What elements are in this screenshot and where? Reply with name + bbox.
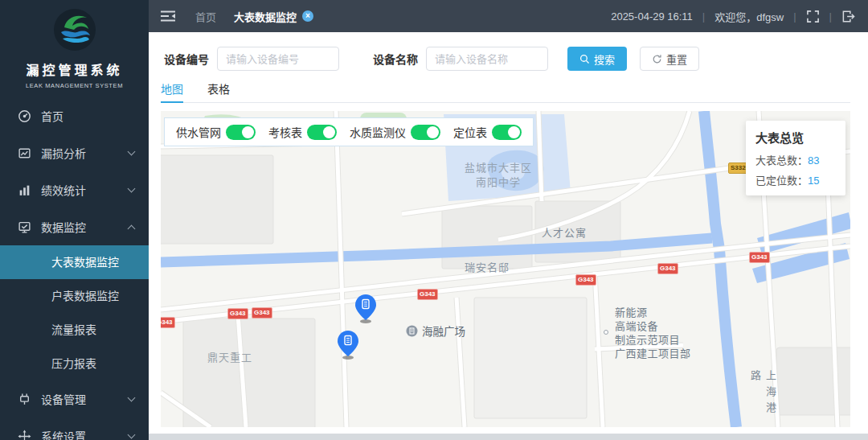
sidebar-item-system-settings[interactable]: 系统设置: [0, 417, 149, 440]
submenu-item-label: 流量报表: [51, 323, 96, 336]
map-label-rencai: 人才公寓: [542, 224, 587, 240]
tab-table[interactable]: 表格: [207, 80, 230, 102]
topbar-right: 2025-04-29 16:11 | 欢迎您，dfgsw | |: [611, 9, 855, 24]
meter-marker-pin[interactable]: [355, 294, 376, 323]
device-no-input[interactable]: [217, 47, 339, 71]
separator: |: [829, 10, 832, 23]
app-title: 漏控管理系统: [0, 60, 149, 79]
meter-marker-pin[interactable]: [338, 331, 358, 360]
sidebar-submenu-data-monitor: 大表数据监控 户表数据监控 流量报表 压力报表: [0, 245, 149, 380]
brand-block: 漏控管理系统 LEAK MANAGEMENT SYSTEM: [0, 0, 149, 89]
road-badge-g343: G343: [575, 274, 596, 286]
sidebar-item-home[interactable]: 首页: [0, 97, 149, 134]
sidebar-item-label: 数据监控: [41, 219, 129, 235]
breadcrumb-home[interactable]: 首页: [195, 9, 216, 24]
map-poi-hairong: 海融广场: [406, 323, 465, 339]
road-badge-g343: G343: [227, 308, 248, 319]
search-icon: [579, 54, 590, 64]
poi-building-icon: [406, 325, 418, 337]
sidebar-item-device-manage[interactable]: 设备管理: [0, 380, 149, 417]
road-badge-g343: G343: [417, 289, 438, 300]
road-badge-s332: S332: [728, 162, 748, 174]
refresh-icon: [652, 54, 662, 64]
datetime-text: 2025-04-29 16:11: [611, 10, 693, 23]
tab-big-meter-monitor[interactable]: 大表数据监控 ×: [234, 9, 313, 24]
layer-label: 水质监测仪: [350, 124, 406, 140]
road-badge-g343: G343: [252, 307, 272, 319]
logout-icon[interactable]: [841, 10, 855, 23]
sidebar-item-label: 系统设置: [41, 428, 129, 440]
sidebar-menu: 首页 漏损分析 绩效统计 数据监控: [0, 97, 149, 440]
fullscreen-icon[interactable]: [806, 10, 820, 23]
sidebar-item-leak-analysis[interactable]: 漏损分析: [0, 134, 149, 171]
submenu-item-label: 大表数据监控: [51, 256, 119, 269]
overview-located-label: 已定位数：: [755, 175, 808, 187]
separator: |: [793, 10, 796, 23]
chevron-down-icon: [128, 431, 136, 439]
data-monitor-icon: [18, 220, 31, 234]
sidebar-item-label: 首页: [41, 108, 134, 124]
sidebar-item-performance-stats[interactable]: 绩效统计: [0, 171, 149, 208]
sidebar: 漏控管理系统 LEAK MANAGEMENT SYSTEM 首页 漏损分析: [0, 0, 149, 440]
search-button-label: 搜索: [594, 51, 615, 67]
map-label-dingtian: 鼎天重工: [207, 349, 252, 364]
big-meter-overview-card: 大表总览 大表总数：83 已定位数：15: [746, 121, 845, 195]
map-layer-toolbar: 供水管网 考核表 水质监测仪 定位表: [164, 117, 534, 146]
main-column: 首页 大表数据监控 × 2025-04-29 16:11 | 欢迎您，dfgsw…: [149, 0, 868, 440]
dashboard-icon: [18, 109, 31, 123]
sidebar-item-big-meter-monitor[interactable]: 大表数据监控: [0, 245, 149, 279]
device-name-input[interactable]: [426, 47, 548, 71]
reset-button[interactable]: 重置: [640, 47, 699, 71]
page-bottom-strip: [149, 434, 868, 440]
separator: |: [702, 10, 705, 23]
overview-located-value: 15: [808, 175, 819, 187]
toggle-water-network[interactable]: [226, 125, 256, 140]
reset-button-label: 重置: [666, 51, 687, 67]
sidebar-collapse-icon[interactable]: [160, 10, 176, 23]
sidebar-item-data-monitor[interactable]: 数据监控: [0, 208, 149, 245]
tab-map[interactable]: 地图: [161, 80, 183, 102]
map-container[interactable]: 供水管网 考核表 水质监测仪 定位表: [161, 111, 850, 427]
overview-located-row: 已定位数：15: [755, 172, 836, 187]
overview-title: 大表总览: [755, 129, 836, 146]
layer-assessment-meter: 考核表: [268, 124, 337, 140]
poi-dot-icon: [604, 330, 608, 335]
sidebar-item-label: 绩效统计: [41, 182, 129, 198]
layer-label: 定位表: [453, 124, 487, 140]
layer-locating-meter: 定位表: [453, 124, 522, 140]
toggle-assessment-meter[interactable]: [307, 125, 337, 140]
page-content: 设备编号 设备名称 搜索 重置: [149, 32, 868, 434]
toggle-water-quality[interactable]: [411, 125, 440, 140]
road-badge-g343: G343: [657, 263, 678, 274]
sidebar-item-flow-report[interactable]: 流量报表: [0, 313, 149, 347]
brand-logo-icon: [53, 8, 96, 51]
performance-stats-icon: [18, 183, 31, 197]
submenu-item-label: 户表数据监控: [51, 290, 119, 302]
overview-total-row: 大表总数：83: [755, 152, 836, 167]
app-window: 漏控管理系统 LEAK MANAGEMENT SYSTEM 首页 漏损分析: [0, 0, 868, 440]
sidebar-item-label: 设备管理: [41, 391, 129, 407]
sidebar-item-label: 漏损分析: [41, 145, 129, 161]
view-tabs: 地图 表格: [161, 80, 850, 103]
map-label-ruian: 瑞安名邸: [465, 259, 510, 274]
welcome-text: 欢迎您，dfgsw: [714, 9, 784, 24]
device-manage-icon: [18, 393, 31, 406]
sidebar-item-pressure-report[interactable]: 压力报表: [0, 347, 149, 380]
topbar: 首页 大表数据监控 × 2025-04-29 16:11 | 欢迎您，dfgsw…: [149, 0, 868, 32]
map-label-shanghai-road: 上海港路: [747, 370, 778, 427]
system-settings-icon: [18, 430, 31, 440]
chevron-up-icon: [128, 224, 136, 232]
overview-total-label: 大表总数：: [755, 154, 808, 167]
leak-analysis-icon: [18, 146, 31, 160]
road-badge-g343: G343: [161, 317, 175, 328]
sidebar-item-household-meter-monitor[interactable]: 户表数据监控: [0, 279, 149, 313]
toggle-locating-meter[interactable]: [492, 125, 522, 140]
search-button[interactable]: 搜索: [567, 47, 627, 71]
layer-label: 考核表: [268, 124, 302, 140]
chevron-down-icon: [128, 148, 136, 156]
layer-water-network: 供水管网: [176, 124, 256, 140]
device-name-label: 设备名称: [373, 51, 418, 67]
layer-water-quality: 水质监测仪: [350, 124, 440, 140]
chevron-down-icon: [128, 185, 136, 193]
close-icon[interactable]: ×: [302, 10, 313, 22]
